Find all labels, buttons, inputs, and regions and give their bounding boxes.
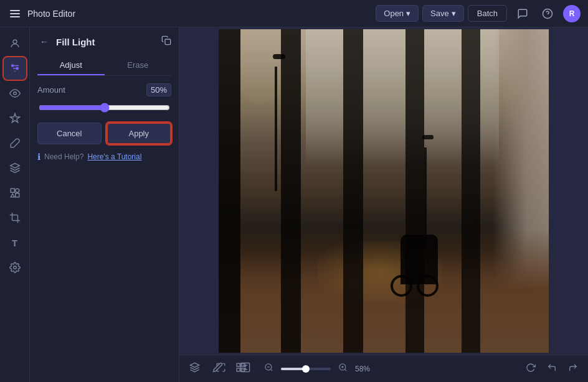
svg-rect-10 [11,189,14,192]
amount-value: 50% [146,83,171,96]
zoom-track [281,368,331,370]
topbar: Photo Editor Open ▾ Save ▾ Batch R [0,0,588,27]
zoom-out-icon[interactable] [262,360,276,377]
svg-marker-9 [10,164,19,169]
main-area: T ← Fill Light Adjust Erase [0,27,588,382]
sidebar-icon-layers[interactable] [4,157,26,179]
sidebar-icon-text[interactable]: T [4,231,26,254]
svg-point-6 [11,65,13,67]
sidebar-icon-shapes[interactable] [4,182,26,204]
refresh-icon[interactable] [523,360,538,378]
canvas-area: 58% [179,27,588,382]
apply-button[interactable]: Apply [107,123,172,144]
panel-title: Fill Light [56,37,95,47]
svg-point-11 [15,189,19,192]
chevron-down-icon: ▾ [406,9,410,18]
panel-header-left: ← Fill Light [37,35,95,49]
zoom-thumb[interactable] [302,365,310,373]
panel: ← Fill Light Adjust Erase Amount 50% C [30,27,179,382]
sidebar-icon-crop[interactable] [4,207,26,229]
zoom-in-icon[interactable] [336,360,350,377]
sidebar-icon-magic[interactable] [4,107,26,129]
amount-section: Amount 50% [37,83,171,115]
amount-header: Amount 50% [37,83,171,96]
sidebar-icon-filters[interactable] [4,57,26,80]
avatar[interactable]: R [563,5,581,22]
sidebar-icon-settings[interactable] [4,256,26,279]
amount-label: Amount [37,85,65,95]
sidebar-icon-view[interactable] [4,82,26,105]
svg-rect-21 [240,363,249,371]
svg-point-14 [13,266,16,269]
cancel-button[interactable]: Cancel [37,123,102,144]
svg-line-23 [270,369,272,371]
canvas-content [179,27,588,355]
app-title: Photo Editor [27,9,75,19]
layers-bottom-icon[interactable] [187,360,202,378]
menu-icon[interactable] [7,7,22,20]
topbar-center: Open ▾ Save ▾ Batch [376,5,507,22]
svg-line-26 [344,369,346,371]
bottom-right-controls [523,360,581,378]
icon-sidebar: T [0,27,30,382]
panel-header: ← Fill Light [37,35,171,49]
help-link[interactable]: Here's a Tutorial [87,152,141,161]
undo-icon[interactable] [544,360,559,378]
panel-tabs: Adjust Erase [37,56,171,76]
bottom-bar: 58% [179,355,588,382]
photo-background [219,29,549,353]
svg-rect-15 [165,39,171,45]
tab-adjust[interactable]: Adjust [37,56,105,75]
help-prefix: Need Help? [44,152,83,161]
topbar-right: R [513,4,581,23]
fit-icon[interactable] [237,360,253,378]
svg-point-2 [13,40,17,44]
batch-button[interactable]: Batch [468,5,507,22]
copy-icon[interactable] [161,35,171,48]
svg-point-7 [16,68,18,70]
save-button[interactable]: Save ▾ [422,5,464,22]
sidebar-icon-profile[interactable] [4,32,26,55]
photo-frame [219,29,549,353]
amount-slider[interactable] [39,103,170,113]
sidebar-icon-brush[interactable] [4,132,26,154]
button-row: Cancel Apply [37,123,171,144]
svg-point-8 [13,92,16,95]
fullscreen-icon[interactable] [213,360,229,378]
back-button[interactable]: ← [37,35,51,49]
tab-erase[interactable]: Erase [105,56,172,75]
bottom-center-controls: 58% [213,360,375,378]
help-icon[interactable] [538,4,557,23]
info-icon: ℹ [37,152,40,162]
svg-rect-13 [15,193,19,197]
zoom-control: 58% [262,360,375,377]
zoom-value: 58% [355,365,375,373]
chevron-down-icon: ▾ [452,9,456,18]
svg-marker-12 [11,194,14,197]
svg-marker-16 [190,363,199,367]
help-row: ℹ Need Help? Here's a Tutorial [37,152,171,162]
chat-icon[interactable] [513,4,532,23]
topbar-left: Photo Editor [7,7,369,20]
redo-icon[interactable] [566,360,581,378]
open-button[interactable]: Open ▾ [376,5,419,22]
